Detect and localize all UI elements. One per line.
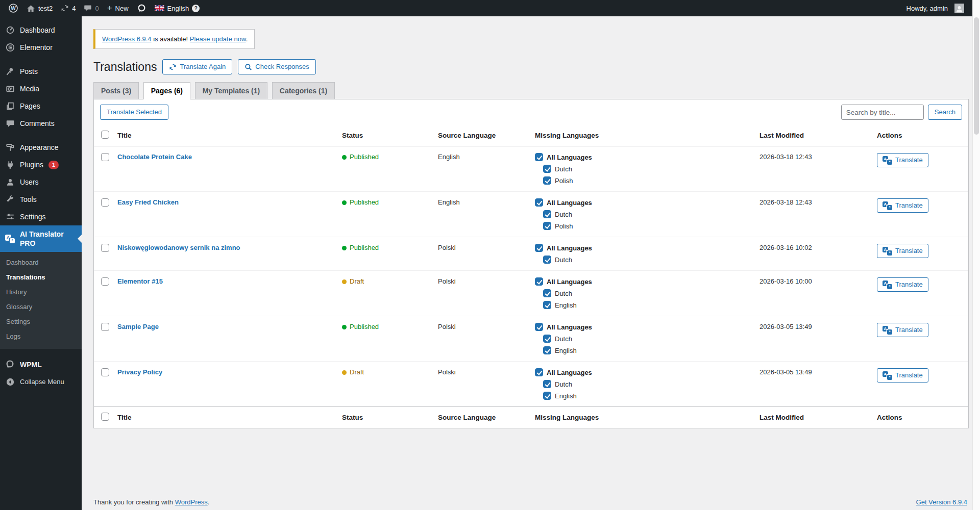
row-title-link[interactable]: Easy Fried Chicken bbox=[117, 198, 179, 206]
select-all-checkbox[interactable] bbox=[101, 413, 109, 421]
row-checkbox[interactable] bbox=[101, 277, 109, 286]
sidebar-item-users[interactable]: Users bbox=[0, 173, 82, 191]
search-button[interactable]: Search bbox=[928, 105, 962, 120]
scrollbar-thumb[interactable] bbox=[974, 17, 979, 135]
language-checkbox[interactable] bbox=[535, 277, 543, 286]
translate-button[interactable]: A* Translate bbox=[877, 153, 928, 167]
language-checkbox[interactable] bbox=[535, 244, 543, 252]
language-label: Dutch bbox=[555, 290, 572, 297]
language-checkbox[interactable] bbox=[543, 289, 551, 297]
row-checkbox[interactable] bbox=[101, 153, 109, 161]
sidebar-item-elementor[interactable]: Elementor bbox=[0, 39, 82, 56]
tab[interactable]: Posts (3) bbox=[93, 82, 139, 99]
comments-indicator[interactable]: 0 bbox=[80, 0, 103, 16]
translate-button[interactable]: A* Translate bbox=[877, 198, 928, 213]
sidebar-item-wpml[interactable]: WPML bbox=[0, 355, 82, 373]
submenu-item[interactable]: Glossary bbox=[0, 299, 82, 314]
sidebar-item-media[interactable]: Media bbox=[0, 80, 82, 97]
translator-quick-menu[interactable] bbox=[133, 0, 151, 16]
update-notice: WordPress 6.9.4 is available! Please upd… bbox=[93, 29, 255, 49]
language-label: All Languages bbox=[547, 278, 592, 286]
submenu-item[interactable]: Translations bbox=[0, 270, 82, 285]
language-label: All Languages bbox=[547, 154, 592, 161]
dashboard-icon bbox=[5, 26, 15, 35]
get-version-link[interactable]: Get Version 6.9.4 bbox=[916, 498, 967, 506]
row-checkbox[interactable] bbox=[101, 244, 109, 252]
column-header: Missing Languages bbox=[530, 407, 754, 428]
submenu-item[interactable]: Logs bbox=[0, 329, 82, 344]
row-title-link[interactable]: Privacy Policy bbox=[117, 368, 162, 376]
sidebar-item-comments[interactable]: Comments bbox=[0, 115, 82, 132]
site-name-link[interactable]: test2 bbox=[22, 0, 57, 16]
update-now-link[interactable]: Please update now bbox=[190, 35, 246, 43]
wp-logo-menu[interactable]: W bbox=[4, 0, 22, 16]
page-title: Translations bbox=[93, 60, 157, 74]
language-checkbox[interactable] bbox=[543, 301, 551, 309]
translate-icon: A* bbox=[883, 201, 892, 210]
search-input[interactable] bbox=[841, 105, 924, 120]
sidebar-item-pages[interactable]: Pages bbox=[0, 97, 82, 115]
row-checkbox[interactable] bbox=[101, 368, 109, 376]
language-checkbox[interactable] bbox=[543, 392, 551, 400]
language-checkbox[interactable] bbox=[543, 380, 551, 388]
language-checkbox[interactable] bbox=[543, 256, 551, 264]
row-title-link[interactable]: Elementor #15 bbox=[117, 277, 163, 285]
status-dot bbox=[342, 155, 347, 160]
submenu-item[interactable]: Dashboard bbox=[0, 255, 82, 270]
column-header: Title bbox=[112, 125, 337, 146]
language-checkbox[interactable] bbox=[543, 335, 551, 343]
translate-button[interactable]: A* Translate bbox=[877, 368, 928, 382]
language-checkbox[interactable] bbox=[543, 165, 551, 173]
submenu-item[interactable]: History bbox=[0, 285, 82, 299]
sidebar-item-appearance[interactable]: Appearance bbox=[0, 139, 82, 156]
row-checkbox[interactable] bbox=[101, 198, 109, 207]
language-checkbox[interactable] bbox=[535, 368, 543, 376]
collapse-menu-button[interactable]: Collapse Menu bbox=[0, 373, 82, 391]
wordpress-logo-icon: W bbox=[8, 3, 18, 13]
language-checkbox[interactable] bbox=[543, 346, 551, 354]
help-icon[interactable]: ? bbox=[192, 5, 200, 12]
language-checkbox[interactable] bbox=[535, 323, 543, 331]
sidebar-item-tools[interactable]: Tools bbox=[0, 191, 82, 208]
tab[interactable]: Pages (6) bbox=[143, 82, 190, 99]
elementor-icon bbox=[5, 43, 15, 52]
sidebar-item-ai-translator-pro[interactable]: A* AI Translator PRO bbox=[0, 225, 82, 252]
language-checkbox[interactable] bbox=[535, 198, 543, 207]
translate-selected-button[interactable]: Translate Selected bbox=[100, 105, 168, 120]
sidebar-item-settings[interactable]: Settings bbox=[0, 208, 82, 225]
row-title-link[interactable]: Sample Page bbox=[117, 323, 159, 330]
language-label: All Languages bbox=[547, 199, 592, 207]
row-title-link[interactable]: Chocolate Protein Cake bbox=[117, 153, 192, 161]
language-checkbox[interactable] bbox=[543, 210, 551, 218]
sidebar-item-posts[interactable]: Posts bbox=[0, 63, 82, 80]
translate-button[interactable]: A* Translate bbox=[877, 277, 928, 292]
submenu-item[interactable]: Settings bbox=[0, 314, 82, 329]
row-title-link[interactable]: Niskowęglowodanowy sernik na zimno bbox=[117, 244, 240, 251]
sidebar-item-plugins[interactable]: Plugins 1 bbox=[0, 156, 82, 173]
language-checkbox[interactable] bbox=[543, 176, 551, 185]
scrollbar[interactable] bbox=[972, 0, 980, 510]
language-checkbox[interactable] bbox=[543, 222, 551, 230]
sidebar-item-dashboard[interactable]: Dashboard bbox=[0, 21, 82, 39]
updates-indicator[interactable]: 4 bbox=[57, 0, 80, 16]
translate-button[interactable]: A* Translate bbox=[877, 323, 928, 337]
row-checkbox[interactable] bbox=[101, 323, 109, 331]
last-modified: 2026-03-05 13:49 bbox=[754, 316, 872, 362]
language-switcher[interactable]: English ? bbox=[151, 0, 204, 16]
account-menu[interactable]: Howdy, admin bbox=[902, 0, 968, 16]
language-checkbox[interactable] bbox=[535, 153, 543, 161]
translate-again-button[interactable]: Translate Again bbox=[162, 59, 232, 74]
translate-button[interactable]: A* Translate bbox=[877, 244, 928, 258]
tab[interactable]: My Templates (1) bbox=[195, 82, 268, 99]
wordpress-version-link[interactable]: WordPress 6.9.4 bbox=[102, 35, 152, 43]
last-modified: 2026-03-05 13:49 bbox=[754, 362, 872, 407]
translate-icon: A* bbox=[883, 156, 892, 165]
tab[interactable]: Categories (1) bbox=[272, 82, 335, 99]
plugins-update-badge: 1 bbox=[48, 161, 59, 169]
notice-message: is available! bbox=[153, 35, 188, 43]
select-all-checkbox[interactable] bbox=[101, 131, 109, 139]
check-responses-button[interactable]: Check Responses bbox=[238, 59, 316, 74]
new-content-button[interactable]: + New bbox=[103, 0, 133, 16]
wordpress-link[interactable]: WordPress bbox=[175, 498, 208, 506]
language-label: Dutch bbox=[555, 165, 572, 173]
